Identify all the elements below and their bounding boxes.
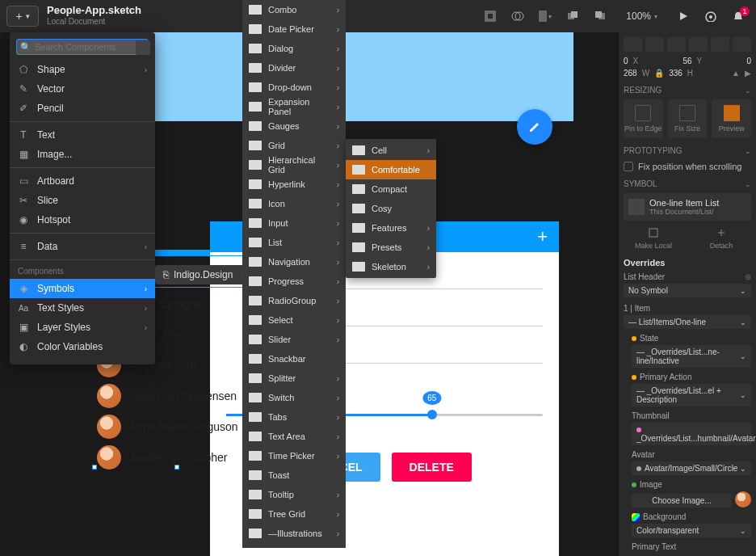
item-override-select[interactable]: — List/Items/One-line⌄ [624, 315, 751, 329]
insert-button[interactable]: + ▾ [6, 6, 39, 27]
grid-view-icon[interactable] [136, 40, 150, 55]
zoom-level[interactable]: 100%▾ [621, 11, 662, 22]
component-divider[interactable]: Divider› [242, 58, 346, 78]
component-select[interactable]: Select› [242, 310, 346, 330]
fix-size[interactable]: Fix Size [668, 99, 708, 138]
grid-cosy[interactable]: Cosy [346, 199, 436, 218]
pos-y[interactable]: 56 [682, 57, 691, 65]
add-icon[interactable]: + [537, 226, 548, 247]
component-text-area[interactable]: Text Area› [242, 427, 346, 446]
component-splitter[interactable]: Splitter› [242, 369, 346, 388]
group-selection-icon[interactable] [484, 10, 497, 23]
add-override-icon[interactable]: ⊕ [745, 272, 751, 281]
pos-x[interactable]: 0 [624, 57, 628, 65]
component-navigation[interactable]: Navigation› [242, 252, 346, 272]
symbol-source[interactable]: One-line Item ListThis Document/List/ [624, 193, 751, 221]
grid-presets[interactable]: Presets› [346, 238, 436, 257]
size-h[interactable]: 336 [669, 69, 682, 78]
choose-image-button[interactable]: Choose Image... [632, 494, 732, 508]
component-hierarchical-grid[interactable]: Hierarchical Grid› [242, 155, 346, 175]
notifications-icon[interactable]: 1 [732, 10, 745, 23]
svg-rect-11 [649, 229, 657, 237]
component-list[interactable]: List› [242, 233, 346, 252]
component-expansion-panel[interactable]: Expansion Panel› [242, 97, 346, 116]
preview-resizing[interactable]: Preview [712, 99, 751, 138]
avatar-select[interactable]: Avatar/Image/Small/Circle⌄ [632, 461, 751, 475]
align-controls[interactable] [624, 37, 751, 52]
backward-icon[interactable] [594, 10, 607, 23]
submenu-components: Combo›Date Picker›Dialog›Divider›Drop-do… [242, 0, 346, 548]
grid-cell[interactable]: Cell› [346, 141, 436, 160]
fab-edit-button[interactable] [517, 109, 552, 145]
prototyping-label: PROTOTYPING [624, 146, 682, 155]
grid-features[interactable]: Features› [346, 218, 436, 238]
list-item[interactable]: Veronica Christensen [97, 381, 258, 411]
resize-handle[interactable] [174, 465, 179, 470]
flip-v-icon[interactable]: ▶ [745, 69, 751, 78]
submenu-library[interactable]: ⎘ Indigo.Design› [155, 265, 252, 284]
insert-layer-styles[interactable]: ▣Layer Styles› [10, 318, 155, 337]
insert-image[interactable]: ▦Image... [10, 145, 155, 164]
component-time-picker[interactable]: Time Picker› [242, 446, 346, 465]
list-item[interactable]: Anne Marie Ferguson [97, 411, 258, 442]
combine-icon[interactable] [511, 10, 524, 23]
component-progress[interactable]: Progress› [242, 272, 346, 291]
insert-pencil[interactable]: ✐Pencil [10, 99, 155, 118]
resize-handle[interactable] [92, 465, 97, 470]
thumbnail-select[interactable]: _Overrides/List...humbnail/Avatar⌄ [632, 423, 751, 445]
avatar [97, 445, 121, 470]
chevron-down-icon[interactable]: ⌄ [745, 86, 751, 95]
background-select[interactable]: Color/transparent⌄ [632, 524, 751, 537]
state-select[interactable]: — _Overrides/List...ne-line/Inactive⌄ [632, 345, 751, 368]
component-tooltip[interactable]: Tooltip› [242, 485, 346, 504]
insert-symbols[interactable]: ◈Symbols› [10, 279, 155, 298]
component-grid[interactable]: Grid› [242, 136, 346, 155]
grid-comfortable[interactable]: Comfortable [346, 160, 436, 179]
rotation[interactable]: 0 [746, 57, 751, 65]
flip-h-icon[interactable]: ▲ [732, 69, 740, 78]
no-symbol-select[interactable]: No Symbol⌄ [624, 284, 751, 297]
component-tree-grid[interactable]: Tree Grid› [242, 504, 346, 524]
primary-action-select[interactable]: — _Overrides/List...el + Description⌄ [632, 384, 751, 406]
grid-skeleton[interactable]: Skeleton› [346, 257, 436, 276]
search-input[interactable] [16, 39, 149, 55]
color-icon[interactable]: ▾ [539, 10, 552, 23]
insert-artboard[interactable]: ▭Artboard [10, 171, 155, 191]
component-hyperlink[interactable]: Hyperlink› [242, 175, 346, 194]
insert-color-variables[interactable]: ◐Color Variables [10, 337, 155, 356]
component-gauges[interactable]: Gauges› [242, 116, 346, 136]
size-w[interactable]: 268 [624, 69, 637, 78]
insert-text[interactable]: TText [10, 125, 155, 145]
insert-data[interactable]: ≡Data› [10, 237, 155, 256]
component--illustrations[interactable]: —Illustrations› [242, 524, 346, 543]
component-drop-down[interactable]: Drop-down› [242, 78, 346, 97]
play-icon[interactable] [677, 10, 690, 23]
resizing-label: RESIZING [624, 86, 662, 95]
component-date-picker[interactable]: Date Picker› [242, 19, 346, 39]
pin-to-edge[interactable]: Pin to Edge [624, 99, 663, 138]
insert-slice[interactable]: ✂Slice [10, 191, 155, 210]
grid-compact[interactable]: Compact [346, 179, 436, 199]
delete-button[interactable]: DELETE [392, 453, 472, 482]
insert-shape[interactable]: ⬠Shape› [10, 60, 155, 79]
insert-text-styles[interactable]: AaText Styles› [10, 298, 155, 318]
component-snackbar[interactable]: Snackbar [242, 349, 346, 369]
notification-badge: 1 [740, 6, 750, 16]
component-dialog[interactable]: Dialog› [242, 39, 346, 58]
cloud-icon[interactable] [704, 10, 717, 23]
component-icon[interactable]: Icon› [242, 194, 346, 213]
component-radiogroup[interactable]: RadioGroup› [242, 291, 346, 310]
svg-rect-8 [595, 11, 602, 18]
insert-hotspot[interactable]: ◉Hotspot [10, 210, 155, 230]
component-switch[interactable]: Switch› [242, 388, 346, 407]
forward-icon[interactable] [566, 10, 579, 23]
component-slider[interactable]: Slider› [242, 330, 346, 349]
component-tabs[interactable]: Tabs› [242, 407, 346, 427]
detach-button[interactable]: Detach [691, 227, 751, 250]
component-toast[interactable]: Toast [242, 465, 346, 485]
make-local-button[interactable]: Make Local [624, 227, 683, 250]
insert-vector[interactable]: ✎Vector [10, 79, 155, 99]
fix-position-checkbox[interactable]: Fix position when scrolling [624, 162, 751, 171]
component-combo[interactable]: Combo› [242, 0, 346, 19]
component-input[interactable]: Input› [242, 213, 346, 233]
